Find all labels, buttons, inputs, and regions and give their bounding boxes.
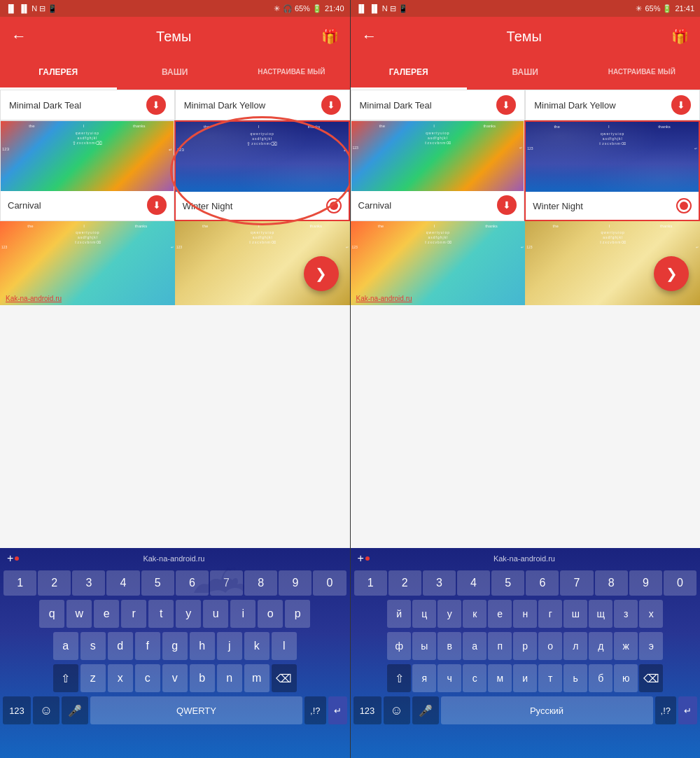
kb-й-right[interactable]: й bbox=[387, 600, 411, 628]
kb-plus-right[interactable]: + bbox=[358, 552, 364, 565]
kb-p-left[interactable]: p bbox=[285, 600, 310, 628]
kb-щ-right[interactable]: щ bbox=[589, 600, 612, 628]
kb-у-right[interactable]: у bbox=[438, 600, 461, 628]
kb-к-right[interactable]: к bbox=[463, 600, 486, 628]
kb-д-right[interactable]: д bbox=[589, 632, 612, 660]
kb-ц-right[interactable]: ц bbox=[412, 600, 436, 628]
kb-enter-right[interactable]: ↵ bbox=[678, 696, 697, 724]
minimal-dark-teal-item-right[interactable]: Minimal Dark Teal ⬇ bbox=[351, 90, 526, 120]
kb-m-left[interactable]: m bbox=[244, 664, 270, 692]
winter-night-card-right[interactable]: the I thanks qwertyuiop asdfghjkl ⇧zxcvb… bbox=[524, 120, 700, 221]
kb-о-right[interactable]: о bbox=[538, 632, 562, 660]
kb-key-4-left[interactable]: 4 bbox=[106, 570, 139, 596]
kb-key-1-left[interactable]: 1 bbox=[4, 570, 36, 596]
kb-special-right-left[interactable]: ,!? bbox=[304, 696, 326, 724]
kb-q-left[interactable]: q bbox=[39, 600, 64, 628]
kb-э-right[interactable]: э bbox=[639, 632, 663, 660]
carnival-card-right[interactable]: the I thanks qwertyuiop asdfghjkl ⇧zxcvb… bbox=[351, 120, 525, 221]
tab-yours-left[interactable]: ВАШИ bbox=[117, 56, 234, 90]
kb-l-left[interactable]: l bbox=[272, 632, 297, 660]
kb-123-right[interactable]: 123 bbox=[354, 696, 382, 724]
back-button-left[interactable]: ← bbox=[11, 27, 27, 45]
kb-space-left[interactable]: QWERTY bbox=[90, 696, 302, 724]
kb-e-left[interactable]: e bbox=[94, 600, 119, 628]
kb-key-5-right[interactable]: 5 bbox=[491, 570, 524, 596]
kb-р-right[interactable]: р bbox=[513, 632, 537, 660]
carnival-card-left[interactable]: the I thanks qwertyuiop asdfghjkl ⇧zxcvb… bbox=[0, 120, 174, 221]
kb-mic-right[interactable]: 🎤 bbox=[412, 696, 439, 724]
bp-carnival-left[interactable]: the I thanks qwertyuiop asdfghjkl ⇧zxcvb… bbox=[0, 221, 175, 305]
winter-night-radio-right[interactable] bbox=[676, 198, 692, 213]
kb-emoji-right[interactable]: ☺ bbox=[384, 696, 410, 724]
kb-g-left[interactable]: g bbox=[162, 632, 188, 660]
kb-key-0-right[interactable]: 0 bbox=[664, 570, 696, 596]
kb-х-right[interactable]: х bbox=[639, 600, 663, 628]
gift-button-right[interactable]: 🎁 bbox=[671, 28, 689, 45]
kb-s-left[interactable]: s bbox=[80, 632, 106, 660]
kb-plus-left[interactable]: + bbox=[7, 552, 13, 565]
kb-п-right[interactable]: п bbox=[488, 632, 512, 660]
kb-enter-left[interactable]: ↵ bbox=[328, 696, 347, 724]
kb-я-right[interactable]: я bbox=[412, 664, 436, 692]
kb-space-right[interactable]: Русский bbox=[441, 696, 653, 724]
kb-backspace-left[interactable]: ⌫ bbox=[272, 664, 297, 692]
tab-gallery-left[interactable]: ГАЛЕРЕЯ bbox=[0, 56, 117, 90]
kb-special-right-right[interactable]: ,!? bbox=[655, 696, 676, 724]
kb-n-left[interactable]: n bbox=[217, 664, 242, 692]
kb-123-left[interactable]: 123 bbox=[3, 696, 31, 724]
kb-key-6-right[interactable]: 6 bbox=[526, 570, 559, 596]
watermark-left[interactable]: Kak-na-android.ru bbox=[6, 295, 62, 302]
carnival-download-btn-left[interactable]: ⬇ bbox=[147, 195, 167, 215]
kb-ф-right[interactable]: ф bbox=[387, 632, 411, 660]
kb-z-left[interactable]: z bbox=[80, 664, 106, 692]
kb-t-left[interactable]: t bbox=[148, 600, 174, 628]
winter-night-radio-left[interactable] bbox=[326, 198, 342, 213]
carnival-download-btn-right[interactable]: ⬇ bbox=[497, 195, 517, 215]
kb-key-9-left[interactable]: 9 bbox=[279, 570, 312, 596]
download-btn-teal-right[interactable]: ⬇ bbox=[496, 95, 516, 115]
download-btn-yellow-right[interactable]: ⬇ bbox=[671, 95, 691, 115]
minimal-dark-yellow-item-left[interactable]: Minimal Dark Yellow ⬇ bbox=[175, 90, 350, 120]
kb-key-1-right[interactable]: 1 bbox=[354, 570, 387, 596]
download-btn-teal-left[interactable]: ⬇ bbox=[146, 95, 166, 115]
kb-shift-right[interactable]: ⇧ bbox=[387, 664, 411, 692]
kb-v-left[interactable]: v bbox=[162, 664, 188, 692]
tab-custom-left[interactable]: НАСТРАИВАЕ МЫЙ bbox=[233, 56, 350, 90]
kb-a-left[interactable]: a bbox=[53, 632, 78, 660]
kb-и-right[interactable]: и bbox=[513, 664, 537, 692]
kb-d-left[interactable]: d bbox=[108, 632, 133, 660]
winter-night-card-left[interactable]: the I thanks qwertyuiop asdfghjkl ⇧zxcvb… bbox=[174, 120, 350, 221]
bp-carnival-right[interactable]: the I thanks qwertyuiop asdfghjkl ⇧zxcvb… bbox=[351, 221, 526, 305]
kb-б-right[interactable]: б bbox=[589, 664, 612, 692]
kb-ы-right[interactable]: ы bbox=[412, 632, 436, 660]
kb-h-left[interactable]: h bbox=[190, 632, 215, 660]
minimal-dark-teal-item-left[interactable]: Minimal Dark Teal ⬇ bbox=[0, 90, 175, 120]
kb-y-left[interactable]: y bbox=[176, 600, 201, 628]
kb-k-left[interactable]: k bbox=[244, 632, 270, 660]
kb-key-5-left[interactable]: 5 bbox=[141, 570, 174, 596]
kb-ю-right[interactable]: ю bbox=[614, 664, 638, 692]
kb-b-left[interactable]: b bbox=[190, 664, 215, 692]
kb-mic-left[interactable]: 🎤 bbox=[62, 696, 88, 724]
kb-key-8-right[interactable]: 8 bbox=[595, 570, 628, 596]
kb-л-right[interactable]: л bbox=[564, 632, 587, 660]
kb-emoji-left[interactable]: ☺ bbox=[33, 696, 59, 724]
kb-ч-right[interactable]: ч bbox=[438, 664, 461, 692]
tab-yours-right[interactable]: ВАШИ bbox=[467, 56, 584, 90]
download-fab-right[interactable]: ❯ bbox=[654, 256, 689, 291]
kb-з-right[interactable]: з bbox=[614, 600, 638, 628]
watermark-right[interactable]: Kak-na-android.ru bbox=[356, 295, 412, 302]
kb-x-left[interactable]: x bbox=[108, 664, 133, 692]
gift-button-left[interactable]: 🎁 bbox=[321, 28, 339, 45]
kb-м-right[interactable]: м bbox=[488, 664, 512, 692]
tab-gallery-right[interactable]: ГАЛЕРЕЯ bbox=[351, 56, 468, 90]
kb-key-7-right[interactable]: 7 bbox=[560, 570, 593, 596]
kb-j-left[interactable]: j bbox=[217, 632, 242, 660]
kb-key-3-left[interactable]: 3 bbox=[72, 570, 105, 596]
kb-ш-right[interactable]: ш bbox=[564, 600, 587, 628]
download-btn-yellow-left[interactable]: ⬇ bbox=[321, 95, 341, 115]
kb-key-0-left[interactable]: 0 bbox=[313, 570, 346, 596]
kb-е-right[interactable]: е bbox=[488, 600, 512, 628]
kb-w-left[interactable]: w bbox=[66, 600, 92, 628]
tab-custom-right[interactable]: НАСТРАИВАЕ МЫЙ bbox=[584, 56, 701, 90]
